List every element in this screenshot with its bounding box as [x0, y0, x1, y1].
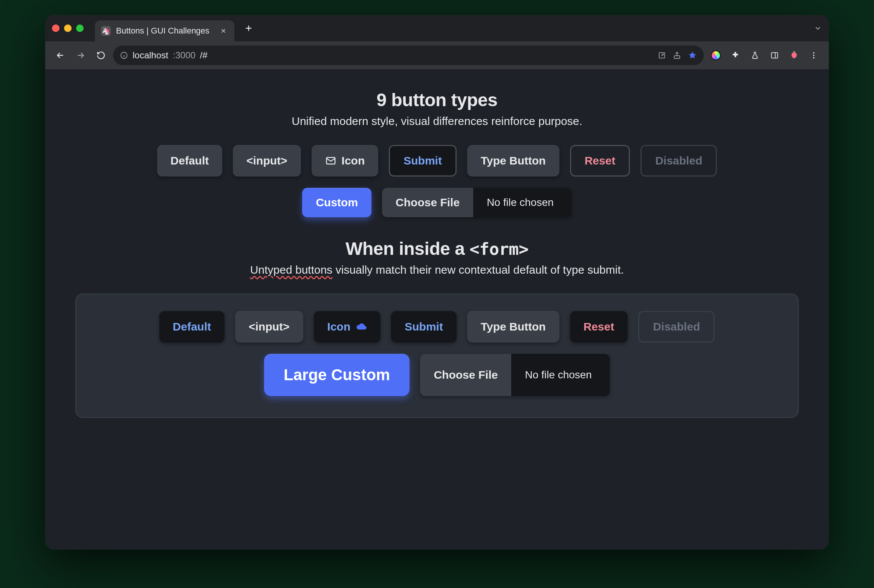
minimize-window-button[interactable] — [64, 24, 72, 32]
section-button-types: 9 button types Unified modern style, vis… — [68, 90, 806, 217]
svg-rect-3 — [772, 53, 778, 58]
browser-toolbar: localhost:3000/# — [45, 41, 829, 69]
form-card: Default <input> Icon Submit Type Button … — [75, 294, 799, 418]
bookmark-star-icon[interactable] — [688, 51, 697, 60]
maximize-window-button[interactable] — [76, 24, 84, 32]
icon-button-label: Icon — [342, 154, 365, 167]
section2-subtitle: Untyped buttons visually match their new… — [68, 264, 806, 276]
extension-panel-icon[interactable] — [766, 47, 783, 64]
form-submit-button[interactable]: Submit — [391, 311, 457, 343]
reset-button[interactable]: Reset — [570, 145, 630, 177]
section2-subtitle-wavy: Untyped buttons — [250, 264, 332, 276]
close-window-button[interactable] — [52, 24, 60, 32]
svg-point-4 — [813, 52, 814, 54]
form-choose-file-button[interactable]: Choose File — [420, 354, 511, 396]
extensions-area — [707, 47, 822, 64]
form-disabled-button: Disabled — [638, 311, 715, 343]
cloud-icon — [356, 321, 367, 332]
section1-subtitle: Unified modern style, visual differences… — [68, 115, 806, 128]
site-info-icon[interactable] — [120, 51, 128, 59]
section2-title-prefix: When inside a — [345, 239, 469, 259]
form-file-chosen-label: No file chosen — [511, 354, 610, 396]
window-controls — [52, 24, 84, 32]
section-inside-form: When inside a <form> Untyped buttons vis… — [68, 238, 806, 418]
profile-avatar-icon[interactable] — [786, 47, 802, 64]
form-input-button[interactable]: <input> — [235, 311, 303, 343]
url-host: localhost — [133, 50, 168, 61]
nav-reload-button[interactable] — [93, 47, 109, 64]
large-custom-button[interactable]: Large Custom — [264, 354, 409, 396]
svg-point-6 — [813, 57, 814, 59]
tab-strip: 🦄 Buttons | GUI Challenges — [45, 15, 829, 41]
section1-row1: Default <input> Icon Submit Type Button … — [68, 145, 806, 177]
browser-menu-icon[interactable] — [805, 47, 822, 64]
nav-forward-button[interactable] — [72, 47, 89, 64]
tab-favicon: 🦄 — [101, 26, 111, 36]
form-type-button[interactable]: Type Button — [467, 311, 559, 343]
file-input[interactable]: Choose File No file chosen — [382, 188, 571, 217]
type-button[interactable]: Type Button — [467, 145, 559, 177]
input-button[interactable]: <input> — [233, 145, 301, 177]
share-icon[interactable] — [673, 51, 681, 59]
section2-row2: Large Custom Choose File No file chosen — [96, 354, 778, 396]
page-content: 9 button types Unified modern style, vis… — [45, 69, 829, 550]
extension-flask-icon[interactable] — [747, 47, 763, 64]
extensions-menu-icon[interactable] — [727, 47, 744, 64]
section2-title-code: <form> — [469, 239, 529, 259]
section2-title: When inside a <form> — [68, 238, 806, 259]
browser-window: 🦄 Buttons | GUI Challenges — [45, 15, 829, 550]
form-reset-button[interactable]: Reset — [570, 311, 628, 343]
new-tab-button[interactable] — [240, 19, 258, 37]
form-default-button[interactable]: Default — [159, 311, 225, 343]
url-port: :3000 — [173, 50, 196, 61]
section2-row1: Default <input> Icon Submit Type Button … — [96, 311, 778, 343]
tabs-dropdown-icon[interactable] — [814, 24, 829, 32]
browser-tab[interactable]: 🦄 Buttons | GUI Challenges — [95, 20, 234, 41]
choose-file-button[interactable]: Choose File — [382, 188, 473, 217]
section1-title: 9 button types — [68, 90, 806, 110]
open-external-icon[interactable] — [658, 51, 666, 59]
envelope-icon — [325, 155, 336, 166]
file-chosen-label: No file chosen — [473, 188, 571, 217]
section2-subtitle-rest: visually match their new contextual defa… — [332, 264, 624, 276]
submit-button[interactable]: Submit — [389, 145, 457, 177]
section1-row2: Custom Choose File No file chosen — [68, 188, 806, 217]
form-icon-button-label: Icon — [327, 320, 351, 333]
nav-back-button[interactable] — [52, 47, 69, 64]
address-bar[interactable]: localhost:3000/# — [113, 46, 704, 65]
tab-title: Buttons | GUI Challenges — [116, 26, 209, 36]
svg-point-5 — [813, 55, 814, 56]
extension-colorwheel-icon[interactable] — [707, 47, 724, 64]
form-icon-button[interactable]: Icon — [314, 311, 381, 343]
disabled-button: Disabled — [640, 145, 717, 177]
close-tab-icon[interactable] — [220, 27, 227, 34]
default-button[interactable]: Default — [157, 145, 223, 177]
custom-button[interactable]: Custom — [302, 188, 371, 217]
icon-button[interactable]: Icon — [312, 145, 379, 177]
url-path: /# — [200, 50, 208, 61]
form-file-input[interactable]: Choose File No file chosen — [420, 354, 610, 396]
